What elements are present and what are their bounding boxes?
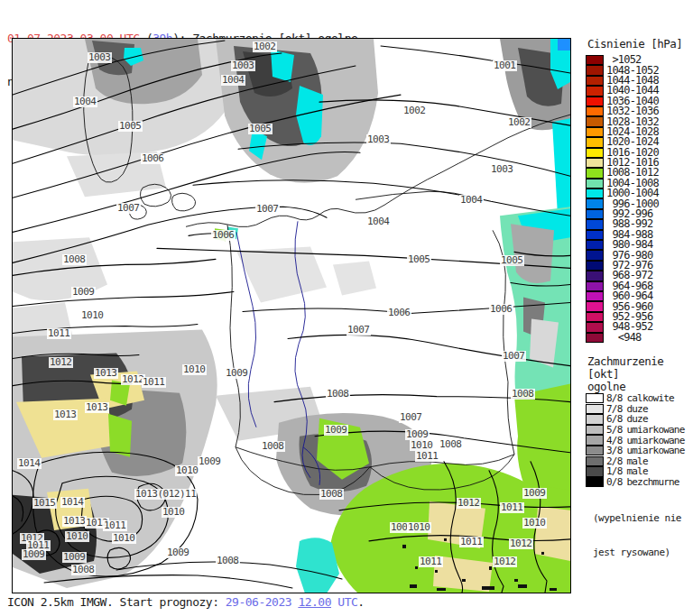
isobar-label: 1006 [211,230,236,241]
cloud-legend-row: 1/8male [586,466,693,477]
isobar-label: 1012 [49,357,73,368]
isobar-label: 1003 [88,52,112,63]
pressure-color-swatch [586,168,604,178]
pressure-color-swatch [586,261,604,271]
cloud-color-swatch [586,466,604,476]
pressure-color-swatch [586,116,604,126]
isobar-label: 1003 [366,134,391,145]
isobar-label: 1008 [71,565,96,575]
cloud-legend-row: 4/8umiarkowane [586,435,693,446]
pressure-range-label: <948 [606,333,642,343]
isobar-label: 1007 [399,412,423,423]
isobar-label: 1005 [407,254,431,265]
pressure-color-swatch [586,333,604,343]
isobar-label: 1009 [198,456,222,467]
cloud-legend-title-line2: ogolne [587,381,693,393]
cloud-color-swatch [586,404,604,414]
pressure-legend-row: <948 [586,333,693,343]
pressure-color-swatch [586,86,604,96]
isobar-label: 1010 [522,518,547,529]
isobar-label: 1010 [80,310,105,321]
pressure-color-swatch [586,291,604,301]
isobar-label: 1008 [439,439,463,450]
cloud-color-swatch [586,414,604,424]
isobar-label: 1009 [225,368,249,379]
isobar-label: 1013 [53,409,78,420]
pressure-color-swatch [586,148,604,158]
cloud-legend-row: 0/8bezchmurne [586,477,693,488]
isobar-label: 1014 [60,497,85,508]
isobar-label: 1009 [324,425,348,436]
pressure-color-swatch [586,127,604,137]
footer-text-segment: ICON 2.5km IMGW. Start prognozy: [7,595,226,609]
isobar-label: 1012 [493,556,517,567]
isobar-label: 1010 [162,507,186,518]
cloud-legend-rows: 8/8calkowite7/8duze6/8duze5/8umiarkowane… [586,393,693,487]
isobar-label: 1002 [507,117,531,128]
isobar-label: 1006 [141,153,165,164]
isobar-label: 1010 [65,531,89,542]
pressure-color-swatch [586,137,604,147]
pressure-color-swatch [586,76,604,86]
isobar-label: 1013 [85,402,109,413]
isobar-label: 1011 [142,377,166,388]
pressure-color-swatch [586,106,604,116]
isobar-label: 1012 [457,498,481,509]
pressure-color-swatch [586,188,604,198]
isobar-label: 1005 [248,124,273,134]
pressure-color-swatch [586,209,604,219]
isobar-label: 1010 [175,465,199,476]
cloud-color-swatch [586,435,604,445]
cloud-legend-row: 3/8umiarkowane [586,446,693,456]
isobar-label: 1007 [502,351,526,362]
isobar-label: 1003 [231,60,255,71]
isobar-label: 1008 [326,389,350,400]
isobar-label: 1004 [73,97,97,107]
pressure-color-swatch [586,250,604,260]
isobar-label: 1004 [221,75,245,86]
pressure-color-swatch [586,230,604,240]
isobar-label: 1001 [493,60,517,71]
isobar-label: 1011 [419,556,443,567]
isobar-label: 1013 [62,516,87,527]
isobar-label: 1013(012)11 [134,489,197,500]
cloud-legend-note-line2: jest rysowane) [593,547,693,559]
pressure-color-swatch [586,240,604,250]
isobar-label: 1005 [118,121,143,132]
cloud-legend-title-line1: Zachmurzenie [okt] [587,355,693,381]
cloud-color-swatch [586,425,604,435]
footer-text-segment: 29-06-2023 [226,595,299,609]
isobar-label: 1008 [216,556,240,566]
isobar-label: 1008 [261,441,285,452]
cloud-fraction-label: 0/8 [606,476,622,488]
isobar-label: 1011 [415,451,439,462]
footer-text-segment: . [357,595,364,609]
isobar-label: 1013 [94,368,118,379]
isobar-labels-layer: 1003100210031004100410051005100610071007… [13,39,570,593]
weather-map[interactable]: 1003100210031004100410051005100610071007… [12,38,571,593]
isobar-label: 1009 [71,287,96,298]
isobar-label: 1004 [459,195,484,206]
isobar-label: 1011 [500,502,524,513]
pressure-legend: >10521048-10521044-10481040-10441036-104… [586,55,693,343]
isobar-label: 1008 [511,389,535,400]
isobar-label: 1005 [500,255,524,266]
pressure-color-swatch [586,322,604,332]
pressure-legend-title: Cisnienie [hPa] [587,38,693,51]
isobar-label: 1004 [366,216,391,227]
isobar-label: 1012 [509,538,533,549]
cloud-color-swatch [586,393,604,403]
pressure-color-swatch [586,65,604,75]
isobar-label: 1011 [103,520,127,531]
cloud-legend: Zachmurzenie [okt] ogolne 8/8calkowite7/… [586,355,693,581]
cloud-color-swatch [586,456,604,466]
pressure-color-swatch [586,312,604,322]
isobar-label: 1002 [253,41,277,52]
pressure-color-swatch [586,219,604,229]
isobar-label: 1010 [182,364,207,375]
isobar-label: 1009 [62,552,87,563]
isobar-label: 1002 [402,106,427,116]
pressure-color-swatch [586,271,604,280]
cloud-category-label: bezchmurne [626,476,679,488]
footer-text-segment: 12.00 [298,595,331,609]
